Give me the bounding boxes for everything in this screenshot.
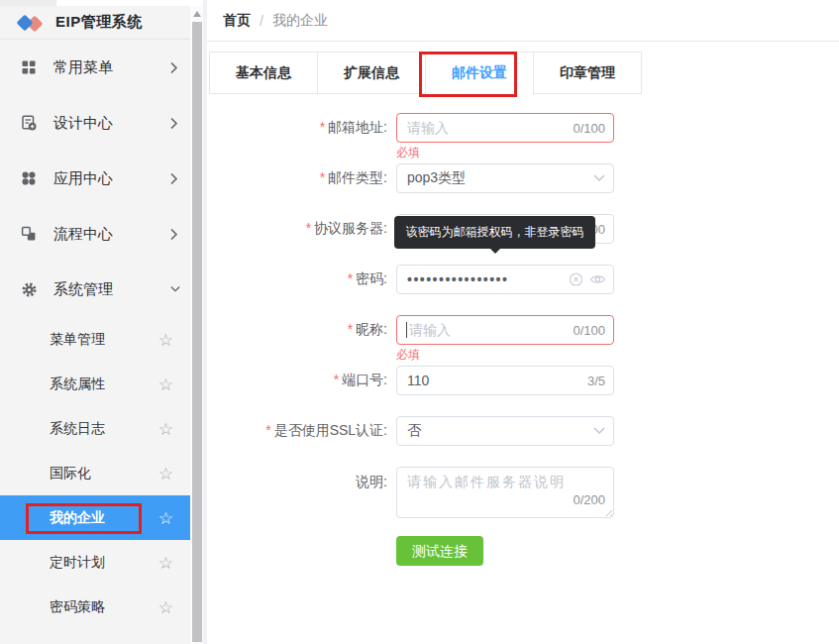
sidebar-scrollbar[interactable]	[190, 6, 203, 644]
chevron-right-icon	[170, 227, 180, 241]
validation-message: 必填	[396, 347, 420, 364]
sidebar-item-label: 系统管理	[53, 280, 170, 299]
sidebar-item-flow-center[interactable]: 流程中心	[0, 206, 190, 262]
mail-type-select[interactable]: pop3类型	[396, 163, 614, 193]
tab-extended-info[interactable]: 扩展信息	[317, 53, 425, 93]
email-address-input[interactable]	[396, 113, 614, 143]
star-icon[interactable]: ☆	[158, 553, 173, 573]
app-logo-icon	[16, 13, 48, 33]
port-field: 3/5	[396, 366, 614, 395]
gear-icon	[20, 280, 38, 298]
field-label-protocol: *协议服务器:	[207, 220, 387, 238]
form-row-nickname: *昵称: 0/100 必填	[207, 315, 839, 345]
field-label-nickname: *昵称:	[207, 321, 387, 339]
required-mark: *	[348, 321, 353, 337]
nickname-field: 0/100	[396, 315, 614, 345]
tab-bar: 基本信息 扩展信息 邮件设置 印章管理	[209, 52, 642, 94]
sidebar-menu: 常用菜单 设计中心	[0, 40, 190, 629]
field-label-mail-type: *邮件类型:	[207, 169, 387, 187]
form-row-ssl: *是否使用SSL认证: 否	[207, 416, 839, 446]
field-label-password: *密码:	[207, 270, 387, 288]
field-label-ssl: *是否使用SSL认证:	[207, 422, 387, 440]
app-logo[interactable]: EIP管理系统	[0, 6, 190, 40]
sidebar-item-menu-mgmt[interactable]: 菜单管理 ☆	[0, 317, 190, 362]
form-row-protocol-server: *协议服务器: 0/100 该密码为邮箱授权码，非登录密码	[207, 214, 839, 244]
sidebar-item-label: 常用菜单	[53, 58, 170, 77]
sidebar-item-app-center[interactable]: 应用中心	[0, 151, 190, 206]
required-mark: *	[320, 119, 325, 135]
form-row-port: *端口号: 3/5	[207, 366, 839, 395]
sidebar-item-label: 系统属性	[50, 376, 158, 393]
sidebar-item-scheduler[interactable]: 定时计划 ☆	[0, 540, 190, 585]
clear-circle-icon[interactable]	[569, 272, 583, 287]
sidebar-item-label: 菜单管理	[50, 331, 158, 349]
breadcrumb: 首页 / 我的企业	[207, 0, 839, 42]
main-content: 首页 / 我的企业 基本信息 扩展信息 邮件设置 印章管理 *邮箱地址: 0/1…	[207, 0, 839, 644]
protocol-server-field: 0/100 该密码为邮箱授权码，非登录密码	[396, 214, 614, 244]
password-tooltip: 该密码为邮箱授权码，非登录密码	[394, 216, 595, 249]
sidebar-item-label: 流程中心	[53, 225, 170, 244]
tab-mail-settings[interactable]: 邮件设置	[425, 53, 533, 93]
chevron-right-icon	[170, 116, 180, 130]
required-mark: *	[334, 372, 339, 387]
description-field: 0/200	[396, 467, 614, 518]
scrollbar-thumb[interactable]	[192, 22, 202, 642]
sidebar-item-label: 定时计划	[50, 554, 158, 572]
sidebar-item-system-mgmt[interactable]: 系统管理	[0, 262, 190, 317]
test-connection-button[interactable]: 测试连接	[396, 536, 483, 566]
email-address-field: 0/100	[396, 113, 614, 143]
sidebar-item-password-policy[interactable]: 密码策略 ☆	[0, 585, 190, 629]
validation-message: 必填	[396, 145, 420, 161]
chevron-right-icon	[170, 60, 180, 74]
eye-icon[interactable]	[589, 272, 606, 287]
chevron-right-icon	[170, 171, 180, 185]
star-icon[interactable]: ☆	[158, 419, 173, 439]
password-field	[396, 265, 614, 294]
star-icon[interactable]: ☆	[158, 464, 173, 483]
form-row-mail-type: *邮件类型: pop3类型	[207, 163, 839, 193]
flow-icon	[20, 225, 38, 243]
text-caret	[406, 322, 407, 338]
field-label-port: *端口号:	[207, 372, 387, 389]
sidebar-item-label: 设计中心	[53, 114, 170, 133]
design-doc-icon	[20, 114, 38, 132]
mail-settings-form: *邮箱地址: 0/100 必填 *邮件类型: pop3类型	[207, 113, 839, 566]
app-title: EIP管理系统	[55, 13, 143, 32]
chevron-down-icon	[593, 427, 605, 435]
star-icon[interactable]: ☆	[158, 508, 173, 528]
scrollbar-up-arrow[interactable]	[193, 11, 201, 17]
sidebar-item-my-enterprise[interactable]: 我的企业 ☆	[0, 495, 190, 540]
ssl-value: 否	[407, 422, 421, 440]
field-label-description: 说明:	[207, 467, 387, 496]
form-row-password: *密码:	[207, 265, 839, 294]
breadcrumb-current: 我的企业	[272, 12, 328, 30]
sidebar-item-label: 密码策略	[50, 598, 158, 616]
required-mark: *	[320, 169, 325, 185]
mail-type-value: pop3类型	[407, 169, 466, 187]
nickname-input[interactable]	[396, 315, 614, 345]
port-input[interactable]	[396, 366, 614, 395]
star-icon[interactable]: ☆	[158, 375, 173, 394]
screen: EIP管理系统 常用菜单	[0, 0, 839, 644]
star-icon[interactable]: ☆	[158, 597, 173, 617]
form-row-email: *邮箱地址: 0/100 必填	[207, 113, 839, 143]
sidebar-item-system-logs[interactable]: 系统日志 ☆	[0, 406, 190, 451]
tab-seal-mgmt[interactable]: 印章管理	[533, 53, 641, 93]
breadcrumb-home[interactable]: 首页	[223, 12, 251, 30]
star-icon[interactable]: ☆	[158, 330, 173, 350]
sidebar-item-system-props[interactable]: 系统属性 ☆	[0, 362, 190, 406]
sidebar-item-i18n[interactable]: 国际化 ☆	[0, 451, 190, 495]
sidebar-item-label: 系统日志	[50, 420, 158, 438]
required-mark: *	[348, 270, 353, 286]
sidebar-item-label: 我的企业	[50, 509, 158, 527]
sidebar-item-common-menu[interactable]: 常用菜单	[0, 40, 190, 95]
apps-icon	[20, 169, 38, 187]
ssl-select[interactable]: 否	[396, 416, 614, 446]
form-row-description: 说明: 0/200	[207, 467, 839, 518]
field-label-email: *邮箱地址:	[207, 119, 387, 137]
tab-basic-info[interactable]: 基本信息	[210, 53, 317, 93]
description-textarea[interactable]	[396, 467, 614, 518]
grid-icon	[20, 58, 38, 76]
chevron-down-icon	[170, 282, 180, 296]
sidebar-item-design-center[interactable]: 设计中心	[0, 95, 190, 151]
